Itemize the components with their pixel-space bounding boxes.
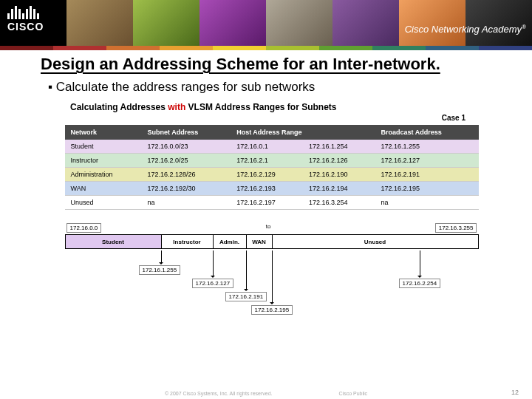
slide-content: Design an Addressing Scheme for an Inter… — [0, 50, 532, 317]
slide-title: Design an Addressing Scheme for an Inter… — [41, 55, 502, 74]
cell: 172.16.2.129 — [231, 168, 303, 182]
program-name: Cisco Networking Academy® — [405, 24, 526, 35]
cell: 172.16.2.128/26 — [142, 168, 231, 182]
arrow-icon — [213, 250, 214, 277]
address-table: Network Subnet Address Host Address Rang… — [65, 125, 479, 210]
cell: Administration — [65, 168, 142, 182]
header-band: CISCO Cisco Networking Academy® — [0, 0, 532, 46]
arrow-icon — [246, 250, 247, 290]
classification: Cisco Public — [339, 391, 368, 396]
pointer-label: 172.16.2.127 — [192, 279, 234, 288]
cell: 172.16.3.254 — [303, 196, 375, 210]
pointer-label: 172.16.2.195 — [251, 305, 293, 315]
range-end: 172.16.3.255 — [435, 223, 477, 233]
seg-instructor: Instructor — [162, 235, 214, 248]
table-title-pre: Calculating Addresses — [70, 102, 168, 112]
cisco-bars-icon — [7, 4, 44, 19]
pointer-label: 172.16.2.191 — [225, 292, 267, 301]
cell: 172.16.2.193 — [231, 182, 303, 196]
cell: na — [375, 196, 479, 210]
cell: na — [142, 196, 231, 210]
case-label: Case 1 — [41, 114, 466, 122]
cell: 172.16.2.190 — [303, 168, 375, 182]
arrow-icon — [420, 250, 420, 277]
table-title: Calculating Addresses with VLSM Address … — [70, 102, 502, 112]
bullet-point: Calculate the address ranges for sub net… — [48, 80, 502, 95]
footer: © 2007 Cisco Systems, Inc. All rights re… — [0, 391, 532, 396]
table-row: Instructor 172.16.2.0/25 172.16.2.1 172.… — [65, 154, 479, 168]
table-row: Unused na 172.16.2.197 172.16.3.254 na — [65, 196, 479, 210]
arrow-icon — [272, 250, 273, 304]
cell: WAN — [65, 182, 142, 196]
arrow-icon — [161, 250, 162, 264]
address-range-diagram: 172.16.0.0 to 172.16.3.255 Student Instr… — [65, 223, 479, 317]
cell: 172.16.1.255 — [375, 140, 479, 154]
range-to: to — [266, 223, 271, 233]
cell: 172.16.2.127 — [375, 154, 479, 168]
table-title-post: VLSM Address Ranges for Subnets — [185, 102, 336, 112]
col-network: Network — [65, 125, 142, 140]
seg-student: Student — [66, 235, 162, 248]
cisco-wordmark: CISCO — [7, 21, 44, 33]
col-subnet: Subnet Address — [142, 125, 231, 140]
cisco-logo: CISCO — [7, 4, 44, 33]
page-number: 12 — [511, 389, 519, 396]
copyright: © 2007 Cisco Systems, Inc. All rights re… — [165, 391, 273, 396]
cell: 172.16.1.254 — [303, 140, 375, 154]
cell: 172.16.0.1 — [231, 140, 303, 154]
pointer-arrows: 172.16.1.255 172.16.2.127 172.16.2.191 1… — [65, 250, 479, 317]
cell: 172.16.2.191 — [375, 168, 479, 182]
seg-unused: Unused — [273, 235, 478, 248]
cell: Student — [65, 140, 142, 154]
col-broadcast: Broadcast Address — [375, 125, 479, 140]
table-row: Administration 172.16.2.128/26 172.16.2.… — [65, 168, 479, 182]
cell: 172.16.2.192/30 — [142, 182, 231, 196]
seg-admin: Admin. — [214, 235, 247, 248]
table-row: WAN 172.16.2.192/30 172.16.2.193 172.16.… — [65, 182, 479, 196]
range-bar: Student Instructor Admin. WAN Unused — [65, 234, 479, 249]
table-header-row: Network Subnet Address Host Address Rang… — [65, 125, 479, 140]
range-start: 172.16.0.0 — [66, 223, 102, 233]
program-text: Cisco Networking Academy — [405, 24, 522, 35]
color-divider — [0, 46, 532, 50]
pointer-label: 172.16.1.255 — [139, 265, 181, 275]
cell: 172.16.2.0/25 — [142, 154, 231, 168]
pointer-label: 172.16.2.254 — [399, 279, 441, 288]
trademark-icon: ® — [522, 24, 526, 30]
header-photo-strip — [66, 0, 532, 46]
cell: 172.16.2.195 — [375, 182, 479, 196]
table-title-with: with — [168, 102, 185, 112]
cell: 172.16.2.194 — [303, 182, 375, 196]
cell: Unused — [65, 196, 142, 210]
range-endpoints: 172.16.0.0 to 172.16.3.255 — [65, 223, 479, 234]
seg-wan: WAN — [247, 235, 273, 248]
cell: 172.16.2.126 — [303, 154, 375, 168]
cell: 172.16.0.0/23 — [142, 140, 231, 154]
cell: 172.16.2.197 — [231, 196, 303, 210]
table-row: Student 172.16.0.0/23 172.16.0.1 172.16.… — [65, 140, 479, 154]
col-hostrange: Host Address Range — [231, 125, 375, 140]
cell: 172.16.2.1 — [231, 154, 303, 168]
cell: Instructor — [65, 154, 142, 168]
